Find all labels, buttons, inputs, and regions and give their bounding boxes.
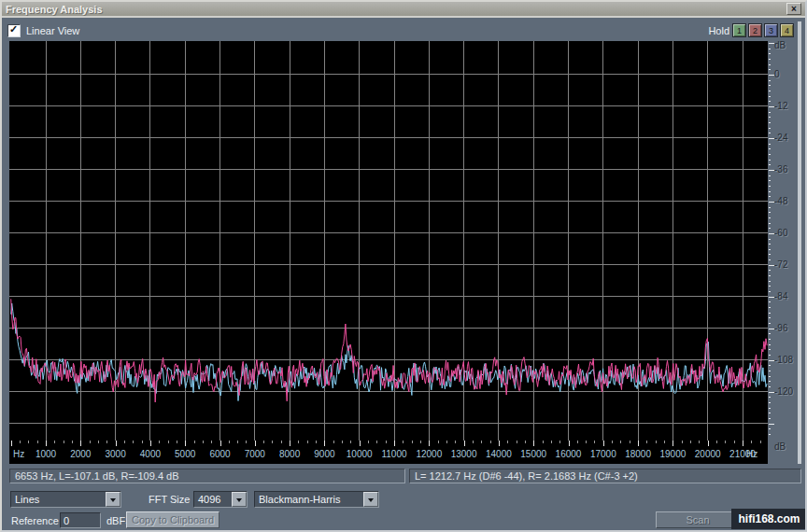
db-axis-unit-top: dB (774, 40, 786, 50)
fft-size-dropdown-button[interactable] (232, 492, 247, 507)
db-tick-label: -108 (774, 355, 793, 365)
db-tick-label: 0 (774, 69, 780, 79)
db-axis-unit-bottom: dB (774, 441, 786, 452)
fft-size-label: FFT Size (149, 494, 190, 505)
hold-controls: Hold 1234 (708, 23, 794, 37)
display-mode-dropdown-button[interactable] (106, 492, 120, 507)
db-tick-label: -24 (774, 133, 787, 143)
frequency-tick-label: 5000 (169, 449, 201, 459)
frequency-tick-label: 11000 (378, 449, 410, 459)
frequency-tick-label: 17000 (588, 449, 619, 459)
chevron-down-icon (368, 498, 374, 505)
frequency-tick-label: 2000 (64, 449, 96, 459)
close-button[interactable]: × (786, 3, 801, 15)
frequency-analysis-window: Frequency Analysis × ✓ Linear View Hold … (0, 0, 807, 532)
display-mode-select[interactable]: Lines (10, 491, 121, 508)
frequency-tick-label: 7000 (239, 449, 271, 459)
peak-frequency-field: L= 1212.7 Hz (D#6 -44), R= 2.1683 Hz (C#… (409, 469, 801, 483)
db-tick-label: -60 (774, 228, 787, 238)
watermark: hifi168.com (731, 509, 807, 529)
cursor-readout-text: 6653 Hz, L=-107.1 dB, R=-109.4 dB (15, 470, 179, 482)
frequency-tick-label: 10000 (344, 449, 375, 459)
frequency-tick-label: 6000 (205, 449, 236, 459)
cursor-readout-field: 6653 Hz, L=-107.1 dB, R=-109.4 dB (9, 469, 405, 483)
checkmark-icon: ✓ (9, 23, 18, 35)
hold-label: Hold (708, 25, 729, 36)
frequency-tick-label: 8000 (274, 449, 305, 459)
reference-label: Reference (11, 515, 59, 526)
frequency-tick-label: 3000 (100, 449, 132, 459)
fft-size-value: 4096 (194, 493, 232, 507)
hold-buttons: 1234 (732, 23, 794, 37)
spectrum-plot[interactable] (9, 41, 768, 441)
db-tick-label: -84 (774, 291, 787, 301)
chevron-down-icon (236, 498, 242, 505)
frequency-tick-label: 15000 (517, 449, 549, 459)
scan-button[interactable]: Scan (656, 511, 740, 528)
db-axis: dB0-12-24-36-48-60-72-84-96-108-120dB (768, 41, 801, 464)
hold-button-4[interactable]: 4 (780, 23, 794, 37)
frequency-tick-label: 13000 (448, 449, 480, 459)
frequency-tick-label: 18000 (622, 449, 654, 459)
title-bar[interactable]: Frequency Analysis × (2, 2, 805, 18)
window-function-select[interactable]: Blackmann-Harris (254, 491, 379, 508)
db-tick-label: -120 (774, 386, 793, 397)
reference-input[interactable] (60, 512, 101, 528)
db-tick-label: -12 (774, 101, 787, 111)
right-edge-highlight (798, 21, 801, 464)
spectrum-traces (9, 41, 768, 441)
frequency-tick-label: 16000 (553, 449, 585, 459)
frequency-axis-unit-right: Hz (746, 449, 757, 459)
display-mode-value: Lines (11, 493, 106, 507)
window-title: Frequency Analysis (6, 4, 786, 15)
frequency-axis: Hz10002000300040005000600070008000900010… (9, 441, 768, 464)
frequency-tick-label: 9000 (308, 449, 340, 459)
window-function-dropdown-button[interactable] (363, 492, 378, 507)
linear-view-label: Linear View (26, 25, 79, 36)
peak-frequency-text: L= 1212.7 Hz (D#6 -44), R= 2.1683 Hz (C#… (415, 470, 638, 482)
hold-button-1[interactable]: 1 (732, 23, 746, 37)
frequency-tick-label: 1000 (30, 449, 62, 459)
copy-to-clipboard-button[interactable]: Copy to Clipboard (126, 511, 219, 528)
toolbar: ✓ Linear View Hold 1234 (2, 20, 800, 41)
hold-button-3[interactable]: 3 (764, 23, 778, 37)
fft-size-select[interactable]: 4096 (193, 491, 248, 508)
hold-button-2[interactable]: 2 (748, 23, 762, 37)
close-icon: × (791, 5, 797, 13)
frequency-axis-unit-left: Hz (13, 449, 24, 459)
frequency-tick-label: 14000 (483, 449, 515, 459)
frequency-tick-label: 12000 (413, 449, 445, 459)
chevron-down-icon (110, 498, 116, 505)
frequency-tick-label: 4000 (134, 449, 166, 459)
linear-view-checkbox[interactable]: ✓ (7, 24, 21, 37)
db-tick-label: -48 (774, 196, 787, 206)
db-tick-label: -96 (774, 323, 787, 333)
db-tick-label: -72 (774, 259, 787, 270)
frequency-tick-label: 20000 (692, 449, 724, 459)
frequency-tick-label: 19000 (657, 449, 688, 459)
db-tick-label: -36 (774, 164, 787, 175)
window-function-value: Blackmann-Harris (255, 493, 363, 507)
